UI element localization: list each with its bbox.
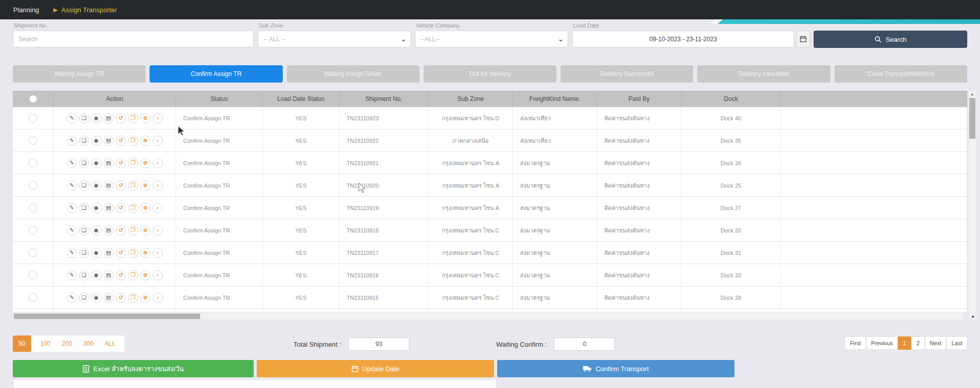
open-detail-icon[interactable]: › bbox=[153, 293, 163, 303]
copy-document-icon[interactable]: ❏ bbox=[79, 158, 89, 168]
undo-icon[interactable]: ↺ bbox=[116, 203, 126, 213]
row-radio[interactable] bbox=[29, 136, 37, 145]
page-button-previous[interactable]: Previous bbox=[866, 337, 898, 350]
undo-icon[interactable]: ↺ bbox=[116, 180, 126, 191]
undo-icon[interactable]: ↺ bbox=[116, 248, 126, 258]
globe-icon[interactable]: ⊕ bbox=[140, 248, 151, 258]
scroll-up-icon[interactable]: ▲ bbox=[969, 91, 976, 97]
undo-icon[interactable]: ↺ bbox=[116, 225, 126, 236]
duplicate-icon[interactable]: ❒ bbox=[128, 248, 138, 258]
sub-zone-select[interactable]: -- ALL -- ⌄ bbox=[258, 31, 411, 47]
select-all-radio[interactable] bbox=[30, 95, 37, 102]
target-icon[interactable]: ◉ bbox=[91, 136, 102, 146]
vehicle-company-select[interactable]: --ALL-- ⌄ bbox=[415, 31, 568, 47]
page-size-50[interactable]: 50 bbox=[13, 335, 31, 352]
edit-icon[interactable]: ✎ bbox=[67, 248, 77, 258]
duplicate-icon[interactable]: ❒ bbox=[128, 158, 138, 168]
edit-icon[interactable]: ✎ bbox=[67, 293, 77, 303]
page-size-200[interactable]: 200 bbox=[62, 340, 72, 347]
search-button[interactable]: Search bbox=[814, 31, 967, 48]
tab-confirm-assign-tr[interactable]: Confirm Assign TR bbox=[150, 65, 282, 83]
duplicate-icon[interactable]: ❒ bbox=[128, 180, 138, 191]
confirm-transport-button[interactable]: Confirm Transport bbox=[497, 360, 734, 377]
edit-icon[interactable]: ✎ bbox=[67, 158, 77, 168]
edit-icon[interactable]: ✎ bbox=[67, 270, 77, 280]
globe-icon[interactable]: ⊕ bbox=[140, 225, 151, 236]
undo-icon[interactable]: ↺ bbox=[116, 293, 126, 303]
target-icon[interactable]: ◉ bbox=[91, 293, 102, 303]
page-size-all[interactable]: ALL bbox=[105, 340, 115, 347]
open-detail-icon[interactable]: › bbox=[153, 248, 163, 258]
copy-document-icon[interactable]: ❏ bbox=[79, 180, 89, 191]
page-size-300[interactable]: 300 bbox=[83, 340, 93, 347]
copy-document-icon[interactable]: ❏ bbox=[79, 270, 89, 280]
load-date-range-input[interactable]: 09-10-2023 - 23-11-2023 bbox=[572, 31, 794, 47]
target-icon[interactable]: ◉ bbox=[91, 248, 102, 258]
target-icon[interactable]: ◉ bbox=[91, 180, 102, 191]
target-icon[interactable]: ◉ bbox=[91, 113, 102, 123]
copy-document-icon[interactable]: ❏ bbox=[79, 225, 89, 236]
delete-icon[interactable]: ▤ bbox=[104, 180, 114, 191]
duplicate-icon[interactable]: ❒ bbox=[128, 293, 138, 303]
edit-icon[interactable]: ✎ bbox=[67, 113, 77, 123]
open-detail-icon[interactable]: › bbox=[153, 203, 163, 213]
open-detail-icon[interactable]: › bbox=[153, 158, 163, 168]
globe-icon[interactable]: ⊕ bbox=[140, 180, 151, 191]
edit-icon[interactable]: ✎ bbox=[67, 203, 77, 213]
row-radio[interactable] bbox=[29, 248, 37, 257]
horizontal-scrollbar[interactable] bbox=[13, 313, 963, 320]
undo-icon[interactable]: ↺ bbox=[116, 158, 126, 168]
tab-waiting-assign-driver[interactable]: Waiting Assign Driver bbox=[287, 65, 420, 83]
page-button-1[interactable]: 1 bbox=[898, 337, 911, 350]
edit-icon[interactable]: ✎ bbox=[67, 225, 77, 236]
row-radio[interactable] bbox=[29, 226, 37, 235]
open-detail-icon[interactable]: › bbox=[153, 180, 163, 191]
duplicate-icon[interactable]: ❒ bbox=[128, 225, 138, 236]
duplicate-icon[interactable]: ❒ bbox=[128, 270, 138, 280]
open-detail-icon[interactable]: › bbox=[153, 136, 163, 146]
delete-icon[interactable]: ▤ bbox=[104, 113, 114, 123]
vertical-scrollbar-thumb[interactable] bbox=[969, 98, 975, 139]
page-button-2[interactable]: 2 bbox=[911, 337, 924, 350]
globe-icon[interactable]: ⊕ bbox=[140, 113, 151, 123]
delete-icon[interactable]: ▤ bbox=[104, 203, 114, 213]
page-button-next[interactable]: Next bbox=[925, 337, 947, 350]
undo-icon[interactable]: ↺ bbox=[116, 270, 126, 280]
delete-icon[interactable]: ▤ bbox=[104, 293, 114, 303]
delete-icon[interactable]: ▤ bbox=[104, 136, 114, 146]
tab-waiting-assign-tr[interactable]: Waiting Assign TR bbox=[13, 65, 145, 83]
tab-close-transportmanifest[interactable]: Close TransportManifest bbox=[835, 65, 967, 83]
copy-document-icon[interactable]: ❏ bbox=[79, 113, 89, 123]
duplicate-icon[interactable]: ❒ bbox=[128, 113, 138, 123]
copy-document-icon[interactable]: ❏ bbox=[79, 248, 89, 258]
calendar-icon-button[interactable] bbox=[796, 31, 810, 47]
target-icon[interactable]: ◉ bbox=[91, 270, 102, 280]
vertical-scrollbar[interactable]: ▲ bbox=[969, 91, 976, 312]
globe-icon[interactable]: ⊕ bbox=[140, 136, 151, 146]
globe-icon[interactable]: ⊕ bbox=[140, 270, 151, 280]
target-icon[interactable]: ◉ bbox=[91, 158, 102, 168]
page-button-first[interactable]: First bbox=[845, 337, 866, 350]
target-icon[interactable]: ◉ bbox=[91, 225, 102, 236]
globe-icon[interactable]: ⊕ bbox=[140, 293, 151, 303]
duplicate-icon[interactable]: ❒ bbox=[128, 203, 138, 213]
delete-icon[interactable]: ▤ bbox=[104, 248, 114, 258]
nav-section-planning[interactable]: Planning bbox=[13, 6, 39, 14]
tab-delivery-cancelled[interactable]: Delivery cancelled bbox=[697, 65, 830, 83]
target-icon[interactable]: ◉ bbox=[91, 203, 102, 213]
tab-delivery-successful[interactable]: Delivery Successful bbox=[560, 65, 693, 83]
open-detail-icon[interactable]: › bbox=[153, 270, 163, 280]
delete-icon[interactable]: ▤ bbox=[104, 270, 114, 280]
page-button-last[interactable]: Last bbox=[946, 337, 967, 350]
undo-icon[interactable]: ↺ bbox=[116, 113, 126, 123]
edit-icon[interactable]: ✎ bbox=[67, 136, 77, 146]
tab-out-for-delivery[interactable]: Out for delivery bbox=[424, 65, 556, 83]
delete-icon[interactable]: ▤ bbox=[104, 158, 114, 168]
excel-export-button[interactable]: Excel สำหรับลงตารางขนส่ง/วัน bbox=[13, 360, 254, 377]
globe-icon[interactable]: ⊕ bbox=[140, 203, 151, 213]
row-radio[interactable] bbox=[29, 114, 37, 122]
update-date-button[interactable]: Update Date bbox=[257, 360, 494, 377]
globe-icon[interactable]: ⊕ bbox=[140, 158, 151, 168]
scroll-right-icon[interactable]: ▶ bbox=[970, 313, 977, 320]
open-detail-icon[interactable]: › bbox=[153, 113, 163, 123]
